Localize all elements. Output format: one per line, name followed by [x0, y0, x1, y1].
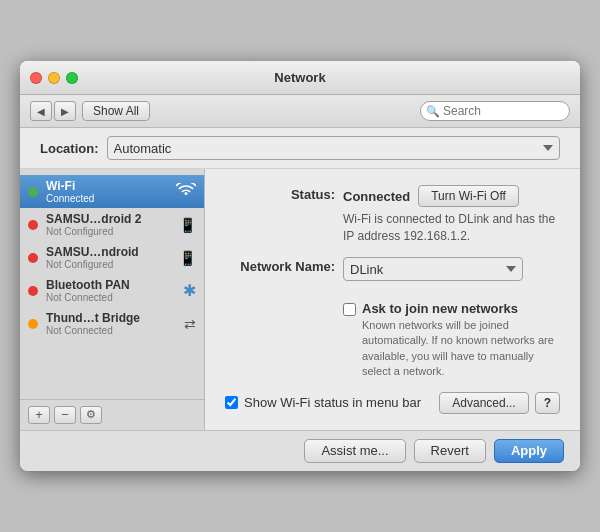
network-item-thunderbolt[interactable]: Thund…t Bridge Not Connected ⇄ — [20, 307, 204, 340]
network-name-row: Network Name: DLink — [225, 257, 560, 281]
show-all-button[interactable]: Show All — [82, 101, 150, 121]
network-status-android2: Not Configured — [46, 226, 171, 237]
location-bar: Location: Automatic — [20, 128, 580, 169]
turn-wifi-off-button[interactable]: Turn Wi-Fi Off — [418, 185, 519, 207]
window: Network ◀ ▶ Show All 🔍 Location: Automat… — [20, 61, 580, 470]
status-dot-wifi — [28, 187, 38, 197]
close-button[interactable] — [30, 72, 42, 84]
status-description: Wi-Fi is connected to DLink and has the … — [343, 211, 560, 245]
network-info-bluetooth: Bluetooth PAN Not Connected — [46, 278, 175, 303]
location-select[interactable]: Automatic — [107, 136, 561, 160]
show-wifi-checkbox[interactable] — [225, 396, 238, 409]
network-name-value-area: DLink — [343, 257, 523, 281]
main-content: Wi-Fi Connected — [20, 169, 580, 429]
network-info-wifi: Wi-Fi Connected — [46, 179, 168, 204]
bluetooth-icon: ✱ — [183, 281, 196, 300]
add-network-button[interactable]: + — [28, 406, 50, 424]
network-status-bluetooth: Not Connected — [46, 292, 175, 303]
network-item-android[interactable]: SAMSU…ndroid Not Configured 📱 — [20, 241, 204, 274]
ask-join-checkbox[interactable] — [343, 303, 356, 316]
maximize-button[interactable] — [66, 72, 78, 84]
traffic-lights — [30, 72, 78, 84]
network-item-bluetooth[interactable]: Bluetooth PAN Not Connected ✱ — [20, 274, 204, 307]
remove-network-button[interactable]: − — [54, 406, 76, 424]
status-row: Status: Connected Turn Wi-Fi Off Wi-Fi i… — [225, 185, 560, 245]
show-wifi-advanced-row: Show Wi-Fi status in menu bar Advanced..… — [225, 392, 560, 414]
network-name-thunderbolt: Thund…t Bridge — [46, 311, 176, 325]
network-name-android2: SAMSU…droid 2 — [46, 212, 171, 226]
status-dot-thunderbolt — [28, 319, 38, 329]
phone-icon-2: 📱 — [179, 250, 196, 266]
apply-button[interactable]: Apply — [494, 439, 564, 463]
phone-icon-1: 📱 — [179, 217, 196, 233]
search-icon: 🔍 — [426, 105, 440, 118]
location-label: Location: — [40, 141, 99, 156]
sidebar: Wi-Fi Connected — [20, 169, 205, 429]
network-name-bluetooth: Bluetooth PAN — [46, 278, 175, 292]
back-button[interactable]: ◀ — [30, 101, 52, 121]
status-dot-android — [28, 253, 38, 263]
forward-button[interactable]: ▶ — [54, 101, 76, 121]
assist-button[interactable]: Assist me... — [304, 439, 405, 463]
window-title: Network — [274, 70, 325, 85]
status-value: Connected — [343, 189, 410, 204]
network-item-wifi[interactable]: Wi-Fi Connected — [20, 175, 204, 208]
network-item-android2[interactable]: SAMSU…droid 2 Not Configured 📱 — [20, 208, 204, 241]
ask-join-checkbox-row: Ask to join new networks Known networks … — [343, 301, 560, 380]
settings-network-button[interactable]: ⚙ — [80, 406, 102, 424]
status-label: Status: — [225, 185, 335, 202]
sidebar-items: Wi-Fi Connected — [20, 169, 204, 398]
ask-join-text-area: Ask to join new networks Known networks … — [362, 301, 560, 380]
status-dot-android2 — [28, 220, 38, 230]
search-input[interactable] — [420, 101, 570, 121]
network-info-android: SAMSU…ndroid Not Configured — [46, 245, 171, 270]
wifi-icon — [176, 183, 196, 201]
status-dot-bluetooth — [28, 286, 38, 296]
ask-join-area: Ask to join new networks Known networks … — [343, 301, 560, 380]
network-name-android: SAMSU…ndroid — [46, 245, 171, 259]
revert-button[interactable]: Revert — [414, 439, 486, 463]
network-info-thunderbolt: Thund…t Bridge Not Connected — [46, 311, 176, 336]
show-wifi-label: Show Wi-Fi status in menu bar — [244, 395, 421, 410]
advanced-help-buttons: Advanced... ? — [439, 392, 560, 414]
show-wifi-row: Show Wi-Fi status in menu bar — [225, 395, 421, 410]
ask-join-description: Known networks will be joined automatica… — [362, 318, 560, 380]
search-wrapper: 🔍 — [420, 101, 570, 121]
detail-panel: Status: Connected Turn Wi-Fi Off Wi-Fi i… — [205, 169, 580, 429]
nav-buttons: ◀ ▶ — [30, 101, 76, 121]
titlebar: Network — [20, 61, 580, 95]
network-name-label: Network Name: — [225, 257, 335, 274]
sidebar-controls: + − ⚙ — [20, 399, 204, 430]
ask-join-label: Ask to join new networks — [362, 301, 560, 316]
minimize-button[interactable] — [48, 72, 60, 84]
window-footer: Assist me... Revert Apply — [20, 430, 580, 471]
network-status-thunderbolt: Not Connected — [46, 325, 176, 336]
network-info-android2: SAMSU…droid 2 Not Configured — [46, 212, 171, 237]
status-area: Connected Turn Wi-Fi Off — [343, 185, 560, 207]
network-name-select[interactable]: DLink — [343, 257, 523, 281]
network-status-wifi: Connected — [46, 193, 168, 204]
bridge-icon: ⇄ — [184, 316, 196, 332]
status-value-area: Connected Turn Wi-Fi Off Wi-Fi is connec… — [343, 185, 560, 245]
network-name-wifi: Wi-Fi — [46, 179, 168, 193]
ask-join-row: Ask to join new networks Known networks … — [343, 293, 560, 380]
advanced-button[interactable]: Advanced... — [439, 392, 528, 414]
toolbar: ◀ ▶ Show All 🔍 — [20, 95, 580, 128]
network-status-android: Not Configured — [46, 259, 171, 270]
help-button[interactable]: ? — [535, 392, 560, 414]
